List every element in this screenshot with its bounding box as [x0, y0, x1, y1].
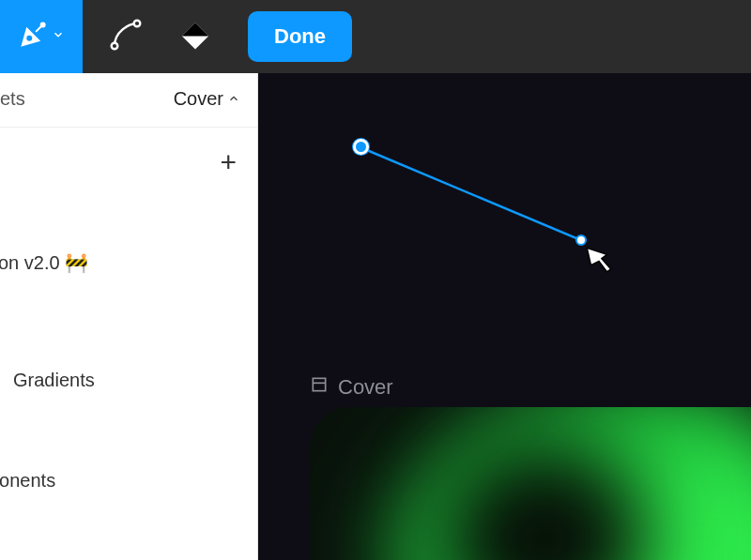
page-item[interactable]: ponents — [0, 459, 257, 503]
pen-cursor-icon — [583, 244, 615, 280]
page-name-label: Cover — [174, 88, 223, 110]
paint-bucket-button[interactable] — [169, 10, 222, 63]
frame-icon — [310, 375, 329, 400]
chevron-down-icon — [52, 28, 65, 45]
done-button[interactable]: Done — [248, 11, 352, 62]
svg-rect-5 — [313, 378, 325, 390]
plus-icon: + — [220, 146, 237, 177]
canvas-area[interactable]: Cover — [258, 73, 751, 560]
page-item[interactable]: Gradients — [4, 358, 257, 402]
svg-point-0 — [40, 23, 44, 26]
bend-tool-button[interactable] — [100, 10, 152, 63]
vector-anchor-start[interactable] — [353, 139, 369, 155]
top-toolbar: Done — [0, 0, 751, 73]
frame-label[interactable]: Cover — [310, 375, 393, 400]
chevron-up-icon — [227, 88, 240, 110]
page-item[interactable]: tion v2.0 🚧 — [0, 240, 257, 285]
left-sidebar: ssets Cover + tion v2.0 🚧 Gradients pone… — [0, 73, 258, 560]
svg-point-1 — [27, 37, 31, 40]
svg-point-2 — [112, 43, 118, 50]
add-page-button[interactable]: + — [220, 148, 237, 176]
pen-tool-button[interactable] — [0, 0, 83, 73]
vector-path[interactable] — [360, 145, 587, 243]
frame-name: Cover — [338, 375, 393, 400]
assets-tab[interactable]: ssets — [0, 88, 25, 110]
cover-frame[interactable] — [310, 407, 751, 560]
svg-point-3 — [134, 21, 141, 27]
svg-line-4 — [362, 148, 583, 241]
paint-bucket-icon — [179, 19, 211, 54]
pen-tool-icon — [19, 21, 47, 53]
bend-tool-icon — [109, 18, 143, 55]
page-selector[interactable]: Cover — [174, 88, 240, 110]
